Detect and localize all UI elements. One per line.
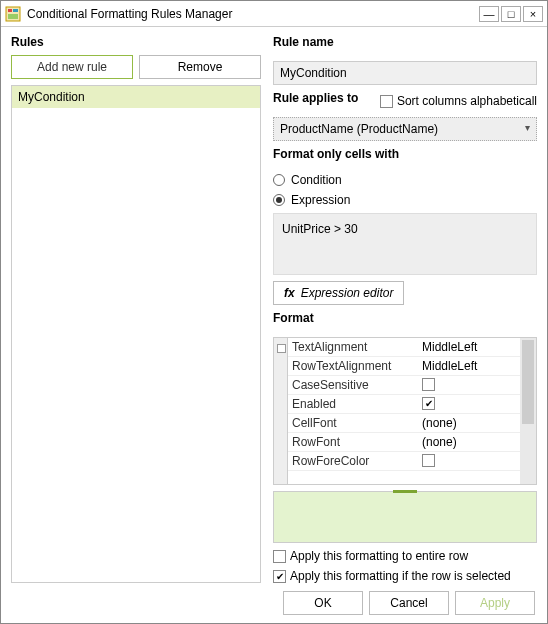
property-row[interactable]: CaseSensitive bbox=[288, 376, 520, 395]
maximize-button[interactable]: □ bbox=[501, 6, 521, 22]
format-only-heading: Format only cells with bbox=[273, 147, 537, 161]
expression-radio[interactable]: Expression bbox=[273, 193, 537, 207]
fx-icon: fx bbox=[284, 286, 295, 300]
property-row[interactable]: TextAlignmentMiddleLeft bbox=[288, 338, 520, 357]
svg-rect-2 bbox=[13, 9, 18, 12]
property-value[interactable]: (none) bbox=[418, 433, 520, 451]
format-preview bbox=[273, 491, 537, 543]
expression-editor-label: Expression editor bbox=[301, 286, 394, 300]
property-key: CaseSensitive bbox=[288, 376, 418, 394]
property-value[interactable] bbox=[418, 452, 520, 470]
property-key: CellFont bbox=[288, 414, 418, 432]
if-selected-checkbox[interactable]: ✔ Apply this formatting if the row is se… bbox=[273, 569, 537, 583]
property-key: RowForeColor bbox=[288, 452, 418, 470]
scrollbar-thumb[interactable] bbox=[522, 340, 534, 424]
sort-alpha-checkbox[interactable]: Sort columns alphabeticall bbox=[380, 94, 537, 108]
expression-display: UnitPrice > 30 bbox=[273, 213, 537, 275]
remove-rule-button[interactable]: Remove bbox=[139, 55, 261, 79]
checkbox-icon: ✔ bbox=[273, 570, 286, 583]
apply-button[interactable]: Apply bbox=[455, 591, 535, 615]
property-value[interactable]: (none) bbox=[418, 414, 520, 432]
format-heading: Format bbox=[273, 311, 537, 325]
rule-applies-heading: Rule applies to bbox=[273, 91, 374, 105]
condition-radio-label: Condition bbox=[291, 173, 342, 187]
property-value[interactable]: MiddleLeft bbox=[418, 357, 520, 375]
property-row[interactable]: Enabled✔ bbox=[288, 395, 520, 414]
svg-rect-1 bbox=[8, 9, 12, 12]
window-title: Conditional Formatting Rules Manager bbox=[27, 7, 232, 21]
add-rule-button[interactable]: Add new rule bbox=[11, 55, 133, 79]
property-row[interactable]: CellFont(none) bbox=[288, 414, 520, 433]
title-bar: Conditional Formatting Rules Manager — □… bbox=[1, 1, 547, 27]
sort-alpha-label: Sort columns alphabeticall bbox=[397, 94, 537, 108]
property-grid[interactable]: TextAlignmentMiddleLeftRowTextAlignmentM… bbox=[273, 337, 537, 486]
color-swatch bbox=[422, 454, 435, 467]
property-key: RowFont bbox=[288, 433, 418, 451]
property-key: RowTextAlignment bbox=[288, 357, 418, 375]
rules-list[interactable]: MyCondition bbox=[11, 85, 261, 583]
radio-icon bbox=[273, 174, 285, 186]
property-row[interactable]: RowForeColor bbox=[288, 452, 520, 471]
dialog-footer: OK Cancel Apply bbox=[283, 591, 535, 615]
property-value[interactable]: ✔ bbox=[418, 395, 520, 413]
checkbox-icon bbox=[422, 378, 435, 391]
expression-editor-button[interactable]: fx Expression editor bbox=[273, 281, 404, 305]
property-key: Enabled bbox=[288, 395, 418, 413]
checkbox-icon bbox=[273, 550, 286, 563]
app-icon bbox=[5, 6, 21, 22]
property-category-toggle[interactable] bbox=[274, 338, 288, 485]
expression-radio-label: Expression bbox=[291, 193, 350, 207]
rule-name-input[interactable] bbox=[273, 61, 537, 85]
applies-to-dropdown[interactable]: ProductName (ProductName) bbox=[273, 117, 537, 141]
entire-row-checkbox[interactable]: Apply this formatting to entire row bbox=[273, 549, 537, 563]
property-row[interactable]: RowFont(none) bbox=[288, 433, 520, 452]
scrollbar[interactable] bbox=[520, 338, 536, 485]
cancel-button[interactable]: Cancel bbox=[369, 591, 449, 615]
close-button[interactable]: × bbox=[523, 6, 543, 22]
rules-heading: Rules bbox=[11, 35, 261, 49]
if-selected-label: Apply this formatting if the row is sele… bbox=[290, 569, 511, 583]
property-value[interactable]: MiddleLeft bbox=[418, 338, 520, 356]
svg-rect-3 bbox=[8, 14, 18, 19]
entire-row-label: Apply this formatting to entire row bbox=[290, 549, 468, 563]
checkbox-icon: ✔ bbox=[422, 397, 435, 410]
ok-button[interactable]: OK bbox=[283, 591, 363, 615]
rule-list-item[interactable]: MyCondition bbox=[12, 86, 260, 108]
rule-name-heading: Rule name bbox=[273, 35, 537, 49]
property-value[interactable] bbox=[418, 376, 520, 394]
property-row[interactable]: RowTextAlignmentMiddleLeft bbox=[288, 357, 520, 376]
minimize-button[interactable]: — bbox=[479, 6, 499, 22]
property-key: TextAlignment bbox=[288, 338, 418, 356]
condition-radio[interactable]: Condition bbox=[273, 173, 537, 187]
radio-icon bbox=[273, 194, 285, 206]
checkbox-icon bbox=[380, 95, 393, 108]
